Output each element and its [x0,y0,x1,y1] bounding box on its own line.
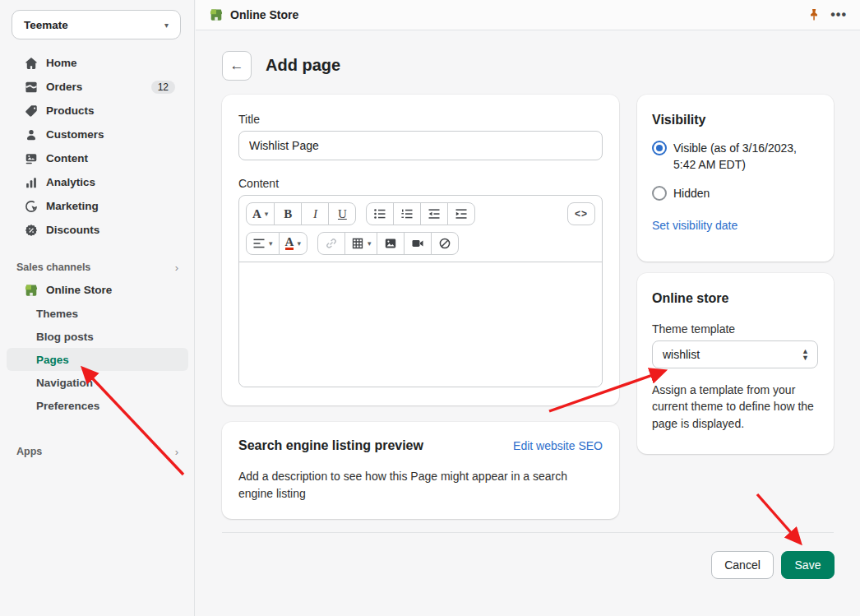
italic-letter: I [313,207,317,221]
code-group: <> [567,202,595,225]
page-title: Add page [266,56,340,75]
sidebar-item-label: Orders [46,81,82,93]
sidebar-item-themes[interactable]: Themes [7,302,188,325]
chevron-down-icon: ▾ [269,239,273,248]
insert-group: ▾ [317,232,460,255]
alignment-dropdown-button[interactable]: ▾ [246,232,280,255]
insert-table-dropdown-button[interactable]: ▾ [344,232,378,255]
italic-button[interactable]: I [301,202,329,225]
set-visibility-date-link[interactable]: Set visibility date [652,219,737,232]
analytics-icon [23,174,39,191]
text-style-group: A ▾ B I U [246,202,356,225]
page-form-card: Title Content A ▾ B I U [222,95,619,405]
sidebar-item-label: Analytics [46,176,95,188]
formatting-dropdown-button[interactable]: A ▾ [246,202,275,225]
theme-template-select[interactable]: wishlist ▲ ▼ [652,340,818,368]
insert-video-button[interactable] [404,232,432,255]
visibility-option-hidden[interactable]: Hidden [652,186,819,202]
sidebar-item-label: Discounts [46,224,99,236]
storefront-icon [209,7,224,22]
online-store-card-title: Online store [652,291,819,306]
sidebar: Teemate ▾ Home Orders 12 Products Custom… [0,0,195,616]
title-input[interactable] [238,131,603,160]
sub-item-label: Pages [36,354,69,366]
sidebar-item-home[interactable]: Home [7,51,188,75]
title-field-label: Title [238,113,603,126]
sidebar-item-label: Content [46,152,88,164]
clear-formatting-button[interactable] [431,232,459,255]
editor-toolbar: A ▾ B I U <> [239,196,602,262]
apps-section: Apps › [0,441,195,462]
insert-link-button[interactable] [317,232,345,255]
sidebar-item-content[interactable]: Content [7,146,188,170]
insert-image-button[interactable] [377,232,405,255]
chevron-right-icon: › [175,262,178,274]
theme-template-label: Theme template [652,322,819,336]
sidebar-item-marketing[interactable]: Marketing [7,194,188,218]
radio-selected-icon[interactable] [652,141,667,155]
seo-card-header: Search engine listing preview Edit websi… [238,438,603,453]
indent-button[interactable] [447,202,475,225]
sub-item-label: Preferences [36,400,99,412]
back-button[interactable]: ← [222,51,252,81]
content-field-label: Content [238,177,603,190]
sidebar-item-discounts[interactable]: Discounts [7,218,188,242]
numbered-list-button[interactable] [393,202,421,225]
sales-channels-header[interactable]: Sales channels › [7,257,188,278]
radio-unselected-icon[interactable] [652,186,667,201]
chevron-down-icon: ▾ [368,239,372,248]
hidden-option-label: Hidden [673,186,710,202]
seo-preview-card: Search engine listing preview Edit websi… [222,422,619,519]
sidebar-item-pages[interactable]: Pages [7,348,188,371]
color-letter: A [285,237,294,250]
sidebar-item-label: Products [46,104,95,117]
chevron-down-icon: ▾ [164,21,169,30]
storefront-icon [23,282,39,299]
visibility-option-visible[interactable]: Visible (as of 3/16/2023, 5:42 AM EDT) [652,141,819,173]
text-color-dropdown-button[interactable]: A ▾ [279,232,307,255]
sidebar-item-online-store[interactable]: Online Store [7,278,188,302]
discounts-icon [23,222,39,239]
sidebar-item-orders[interactable]: Orders 12 [7,75,188,99]
editor-content-area[interactable] [239,262,602,387]
sidebar-item-preferences[interactable]: Preferences [7,394,188,417]
more-menu-icon[interactable]: ••• [830,11,847,19]
down-arrow: ▼ [802,354,809,361]
context-topbar: Online Store ••• [196,0,860,30]
marketing-icon [23,198,39,215]
store-switcher[interactable]: Teemate ▾ [12,10,181,39]
bulleted-list-button[interactable] [366,202,394,225]
cancel-button[interactable]: Cancel [711,551,774,579]
sidebar-item-label: Home [46,57,77,69]
show-html-button[interactable]: <> [567,202,595,225]
apps-header[interactable]: Apps › [7,441,188,462]
seo-card-title: Search engine listing preview [238,438,423,453]
toolbar-row-1: A ▾ B I U <> [246,202,595,225]
sub-item-label: Navigation [36,377,93,389]
sidebar-item-label: Online Store [46,284,112,296]
underline-button[interactable]: U [328,202,356,225]
outdent-button[interactable] [420,202,448,225]
topbar-actions: ••• [807,8,847,21]
arrow-left-icon: ← [230,58,244,74]
sidebar-item-navigation[interactable]: Navigation [7,371,188,394]
orders-count-badge: 12 [151,81,175,94]
sub-item-label: Themes [36,308,78,320]
edit-website-seo-link[interactable]: Edit website SEO [513,439,603,452]
primary-nav: Home Orders 12 Products Customers Conten… [0,51,195,242]
sidebar-item-analytics[interactable]: Analytics [7,170,188,194]
orders-icon [23,79,39,95]
pin-icon[interactable] [807,8,821,21]
select-updown-icon: ▲ ▼ [802,348,809,361]
products-icon [23,103,39,119]
visibility-card-title: Visibility [652,113,819,127]
home-icon [23,55,39,72]
sidebar-item-products[interactable]: Products [7,99,188,123]
sidebar-item-blog-posts[interactable]: Blog posts [7,325,188,348]
sidebar-item-customers[interactable]: Customers [7,123,188,146]
chevron-down-icon: ▾ [297,239,301,248]
save-button[interactable]: Save [781,551,835,579]
annotation-arrow-save [757,494,800,543]
sub-item-label: Blog posts [36,331,94,343]
bold-button[interactable]: B [274,202,302,225]
